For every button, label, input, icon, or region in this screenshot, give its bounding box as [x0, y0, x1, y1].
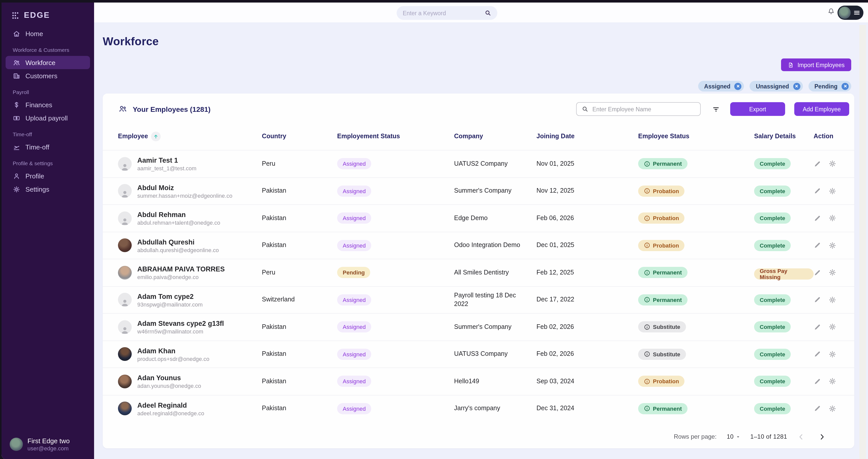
caret-down-icon [736, 434, 740, 439]
employees-card-header: Your Employees (1281) Export Add Employe… [103, 94, 854, 123]
remove-filter-icon[interactable] [735, 83, 742, 90]
employment-status-badge: Pending [337, 267, 370, 278]
building-icon [13, 72, 20, 79]
employee-search-input[interactable] [592, 106, 695, 112]
table-row[interactable]: Aamir Test 1aamir_test_1@test.comPeruAss… [103, 150, 854, 177]
export-button[interactable]: Export [730, 102, 785, 116]
row-settings-gear-icon[interactable] [828, 404, 836, 413]
edit-pencil-icon[interactable] [814, 323, 821, 331]
employment-status-cell: Assigned [337, 186, 454, 197]
employee-photo-avatar [118, 238, 132, 252]
table-row[interactable]: Adam Khanproduct.ops+sdr@onedge.coPakist… [103, 340, 854, 367]
global-search[interactable] [397, 6, 497, 20]
row-settings-gear-icon[interactable] [828, 378, 836, 386]
joining-date-cell: Feb 02, 2026 [536, 323, 638, 331]
global-search-input[interactable] [403, 10, 485, 16]
edit-pencil-icon[interactable] [814, 378, 821, 385]
employee-cell: Adam Tom cype293nspwgi@mailinator.com [118, 292, 262, 307]
table-row[interactable]: Abdul Rehmanabdul.rehman+talent@onedge.c… [103, 204, 854, 232]
edit-pencil-icon[interactable] [814, 242, 821, 249]
sidebar-item-customers[interactable]: Customers [6, 69, 90, 83]
sidebar-item-workforce[interactable]: Workforce [6, 56, 90, 69]
row-settings-gear-icon[interactable] [828, 160, 836, 168]
company-cell: Hello149 [454, 377, 536, 386]
sidebar-item-settings[interactable]: Settings [6, 183, 90, 196]
user-avatar [10, 438, 23, 451]
employment-status-cell: Pending [337, 267, 454, 278]
sidebar-section-label: Workforce & Customers [6, 40, 90, 56]
edit-pencil-icon[interactable] [814, 351, 821, 358]
country-cell: Pakistan [262, 214, 337, 223]
table-row[interactable]: ABRAHAM PAIVA TORRESemilio.paiva@onedge.… [103, 259, 854, 286]
sidebar-user[interactable]: First Edge two user@edge.com [2, 431, 94, 459]
employee-status-cell: Probation [638, 240, 754, 251]
sort-ascending-icon[interactable] [151, 131, 161, 141]
dollar-icon [13, 101, 20, 108]
column-header-employee-status: Employee Status [638, 133, 754, 140]
table-row[interactable]: Adan Younusadan.younus@onedge.coPakistan… [103, 367, 854, 395]
add-employee-button[interactable]: Add Employee [794, 102, 849, 116]
action-cell [814, 269, 849, 277]
table-row[interactable]: Adam Stevans cype2 g13flw46rrn5w@mailina… [103, 313, 854, 340]
sidebar-item-label: Workforce [25, 59, 55, 66]
previous-page-icon[interactable] [797, 433, 805, 440]
vertical-scrollbar[interactable] [859, 25, 866, 459]
sidebar-item-upload-payroll[interactable]: Upload payroll [6, 111, 90, 125]
employment-status-badge: Assigned [337, 240, 371, 251]
edit-pencil-icon[interactable] [814, 187, 821, 195]
remove-filter-icon[interactable] [793, 83, 800, 90]
row-settings-gear-icon[interactable] [828, 323, 836, 331]
edit-pencil-icon[interactable] [814, 215, 821, 222]
next-page-icon[interactable] [818, 433, 826, 440]
remove-filter-icon[interactable] [842, 83, 849, 90]
sidebar-item-home[interactable]: Home [6, 27, 90, 40]
employee-cell: Adeel Reginaldadeel.reginald@onedge.co [118, 401, 262, 416]
salary-status-badge: Gross Pay Missing [754, 268, 814, 280]
sidebar-item-label: Home [25, 30, 43, 37]
salary-status-badge: Complete [754, 240, 791, 251]
sidebar-item-profile[interactable]: Profile [6, 169, 90, 183]
employee-status-badge: Probation [638, 376, 685, 387]
table-row[interactable]: Abdullah Qureshiabdullah.qureshi@edgeonl… [103, 232, 854, 259]
employee-email: emilio.paiva@onedge.co [137, 274, 225, 280]
table-pagination: Rows per page: 10 1–10 of 1281 [103, 425, 854, 448]
row-settings-gear-icon[interactable] [828, 269, 836, 277]
search-icon[interactable] [485, 10, 491, 16]
rows-per-page-select[interactable]: 10 [726, 433, 740, 440]
filter-icon[interactable] [712, 105, 720, 113]
edit-pencil-icon[interactable] [814, 160, 821, 168]
employment-status-cell: Assigned [337, 349, 454, 360]
employee-placeholder-avatar [118, 157, 132, 170]
row-settings-gear-icon[interactable] [828, 350, 836, 358]
account-menu[interactable] [837, 6, 863, 20]
sidebar-item-finances[interactable]: Finances [6, 98, 90, 111]
row-settings-gear-icon[interactable] [828, 187, 836, 195]
joining-date-cell: Nov 12, 2025 [536, 187, 638, 195]
edge-logo-text: EDGE [24, 11, 50, 20]
column-header-employee: Employee [118, 131, 262, 141]
table-row[interactable]: Adam Tom cype293nspwgi@mailinator.comSwi… [103, 286, 854, 313]
row-settings-gear-icon[interactable] [828, 214, 836, 222]
user-name: First Edge two [27, 437, 70, 446]
filter-chip-pending: Pending [808, 81, 851, 92]
edit-pencil-icon[interactable] [814, 269, 821, 276]
table-row[interactable]: Abdul Moizsummer.hassan+moiz@edgeonline.… [103, 177, 854, 204]
company-cell: Edge Demo [454, 214, 536, 223]
employee-email: abdullah.qureshi@edgeonline.co [137, 247, 219, 253]
row-settings-gear-icon[interactable] [828, 296, 836, 304]
employee-name: Abdul Rehman [137, 211, 220, 220]
gear-icon [13, 185, 20, 193]
sidebar-item-time-off[interactable]: Time-off [6, 140, 90, 154]
page-content: Workforce Import Employees AssignedUnass… [94, 23, 868, 459]
import-employees-button[interactable]: Import Employees [781, 59, 851, 71]
company-cell: Jarry's company [454, 404, 536, 413]
company-cell: Summer's Company [454, 187, 536, 195]
employee-search[interactable] [576, 102, 701, 116]
notifications-bell-icon[interactable] [827, 7, 835, 15]
edit-pencil-icon[interactable] [814, 296, 821, 304]
employee-status-cell: Permanent [638, 158, 754, 169]
edit-pencil-icon[interactable] [814, 405, 821, 413]
sidebar-item-label: Time-off [25, 143, 49, 151]
row-settings-gear-icon[interactable] [828, 241, 836, 250]
table-row[interactable]: Adeel Reginaldadeel.reginald@onedge.coPa… [103, 395, 854, 422]
